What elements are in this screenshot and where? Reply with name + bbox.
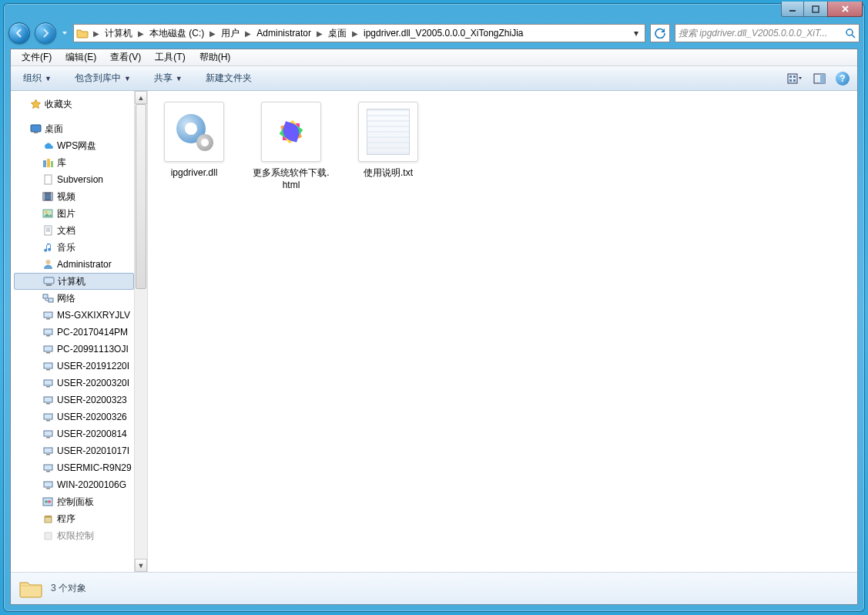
- chevron-right-icon[interactable]: ▶: [314, 29, 325, 38]
- sidebar-wps-label: WPS网盘: [57, 139, 96, 153]
- chevron-right-icon[interactable]: ▶: [91, 29, 102, 38]
- document-icon: [42, 224, 54, 237]
- nav-history-dropdown[interactable]: [61, 28, 69, 39]
- change-view-button[interactable]: [786, 70, 803, 87]
- scroll-down-button[interactable]: ▼: [135, 559, 147, 572]
- svg-rect-19: [45, 226, 52, 235]
- navigation-row: ▶ 计算机 ▶ 本地磁盘 (C:) ▶ 用户 ▶ Administrator ▶…: [8, 21, 860, 45]
- sidebar-net-pc[interactable]: USER-20191220I: [14, 358, 134, 375]
- folder-icon: [75, 26, 89, 40]
- menu-help[interactable]: 帮助(H): [193, 49, 237, 66]
- sidebar-net-pc[interactable]: USER-20200323: [14, 392, 134, 408]
- breadcrumb-current-folder[interactable]: ipgdriver.dll_V2005.0.0.0_XiTongZhiJia: [360, 25, 526, 42]
- search-input[interactable]: 搜索 ipgdriver.dll_V2005.0.0.0_XiT...: [675, 24, 860, 42]
- address-bar[interactable]: ▶ 计算机 ▶ 本地磁盘 (C:) ▶ 用户 ▶ Administrator ▶…: [73, 24, 645, 42]
- file-item-dll[interactable]: ipgdriver.dll: [156, 102, 233, 179]
- sidebar-desktop[interactable]: 桌面: [14, 120, 134, 137]
- svg-rect-31: [44, 363, 52, 368]
- sidebar-favorites[interactable]: 收藏夹: [14, 96, 134, 113]
- scroll-thumb[interactable]: [136, 104, 146, 289]
- svg-rect-52: [45, 533, 52, 539]
- search-icon[interactable]: [846, 29, 856, 39]
- sidebar-network[interactable]: 网络: [14, 290, 134, 307]
- sidebar-control-panel[interactable]: 控制面板: [14, 493, 134, 510]
- sidebar-administrator[interactable]: Administrator: [14, 256, 134, 273]
- breadcrumb-administrator[interactable]: Administrator: [253, 25, 314, 42]
- sidebar-net-pc[interactable]: USER-20200326: [14, 408, 134, 425]
- menu-tools[interactable]: 工具(T): [149, 49, 191, 66]
- sidebar-libraries[interactable]: 库: [14, 154, 134, 171]
- breadcrumb-users[interactable]: 用户: [218, 25, 243, 42]
- svg-rect-3: [788, 74, 797, 83]
- toolbar-new-folder[interactable]: 新建文件夹: [201, 69, 256, 87]
- svg-rect-27: [44, 329, 52, 334]
- file-label: 更多系统软件下载.html: [253, 166, 330, 191]
- toolbar-organize[interactable]: 组织 ▼: [18, 69, 56, 87]
- sidebar-lib-pictures[interactable]: 图片: [14, 205, 134, 222]
- sidebar-net-pc[interactable]: PC-20991113OJI: [14, 341, 134, 358]
- scroll-up-button[interactable]: ▲: [135, 91, 147, 104]
- sidebar-scrollbar[interactable]: ▲ ▼: [134, 91, 147, 572]
- sidebar-net-pc[interactable]: USER-20200320I: [14, 375, 134, 392]
- svg-rect-40: [46, 437, 50, 439]
- back-button[interactable]: [8, 22, 30, 44]
- menu-file[interactable]: 文件(F): [15, 49, 58, 66]
- refresh-button[interactable]: [650, 24, 670, 42]
- chevron-right-icon[interactable]: ▶: [243, 29, 253, 38]
- menu-view[interactable]: 查看(V): [104, 49, 147, 66]
- titlebar[interactable]: [4, 4, 864, 21]
- sidebar-net-pc[interactable]: USER-20200814: [14, 425, 134, 442]
- menu-edit[interactable]: 编辑(E): [59, 49, 102, 66]
- svg-rect-51: [45, 516, 52, 517]
- sidebar-net-pc[interactable]: USERMIC-R9N29: [14, 459, 134, 476]
- sidebar-net-pc[interactable]: PC-20170414PM: [14, 324, 134, 341]
- file-item-html[interactable]: 更多系统软件下载.html: [253, 102, 330, 191]
- svg-point-49: [48, 500, 51, 503]
- toolbar-include-in-library[interactable]: 包含到库中 ▼: [70, 69, 136, 87]
- help-button[interactable]: ?: [836, 72, 850, 86]
- forward-button[interactable]: [35, 22, 56, 44]
- programs-icon: [42, 512, 54, 525]
- sidebar-wps[interactable]: WPS网盘: [14, 137, 134, 154]
- preview-pane-button[interactable]: [811, 70, 828, 87]
- svg-rect-1: [813, 6, 819, 12]
- svg-rect-5: [793, 76, 796, 78]
- sidebar-net-pc[interactable]: MS-GXKIXRYJLV: [14, 307, 134, 324]
- chevron-right-icon[interactable]: ▶: [136, 29, 146, 38]
- html-file-icon: [261, 102, 321, 162]
- file-list-view[interactable]: ipgdriver.dll 更多系统软件下载.html: [148, 91, 857, 572]
- sidebar-lib-documents[interactable]: 文档: [14, 222, 134, 239]
- svg-rect-35: [44, 397, 52, 402]
- sidebar-programs[interactable]: 程序: [14, 510, 134, 527]
- address-dropdown[interactable]: ▾: [629, 28, 643, 39]
- chevron-right-icon[interactable]: ▶: [207, 29, 218, 38]
- svg-rect-50: [45, 517, 52, 523]
- toolbar-share[interactable]: 共享 ▼: [149, 69, 187, 87]
- sidebar-desktop-label: 桌面: [45, 123, 63, 136]
- window-minimize-button[interactable]: [781, 2, 804, 17]
- sidebar-net-pc[interactable]: USER-20201017I: [14, 442, 134, 459]
- computer-icon: [42, 275, 55, 287]
- status-bar: 3 个对象: [11, 572, 857, 604]
- window-maximize-button[interactable]: [804, 2, 827, 17]
- svg-rect-14: [51, 161, 53, 167]
- breadcrumb-drive-c[interactable]: 本地磁盘 (C:): [146, 25, 207, 42]
- sidebar-lib-subversion[interactable]: Subversion: [14, 171, 134, 188]
- scroll-track[interactable]: [135, 104, 147, 559]
- chevron-right-icon[interactable]: ▶: [350, 29, 360, 38]
- svg-rect-22: [46, 284, 52, 286]
- sidebar-clipped-item[interactable]: 权限控制: [14, 527, 134, 544]
- sidebar-lib-music[interactable]: 音乐: [14, 239, 134, 256]
- breadcrumb-desktop[interactable]: 桌面: [325, 25, 350, 42]
- toolbar-newfolder-label: 新建文件夹: [206, 72, 252, 85]
- svg-point-48: [45, 500, 48, 503]
- sidebar-net-pc[interactable]: WIN-20200106G: [14, 476, 134, 493]
- file-item-txt[interactable]: 使用说明.txt: [350, 102, 427, 179]
- chevron-down-icon: ▼: [176, 75, 183, 82]
- sidebar-lib-videos[interactable]: 视频: [14, 188, 134, 205]
- navigation-pane: 收藏夹 桌面 WPS网盘 库 Subversion: [11, 91, 148, 572]
- status-text: 3 个对象: [51, 582, 86, 595]
- window-close-button[interactable]: [827, 2, 863, 17]
- breadcrumb-computer[interactable]: 计算机: [102, 25, 136, 42]
- sidebar-computer[interactable]: 计算机: [14, 273, 134, 290]
